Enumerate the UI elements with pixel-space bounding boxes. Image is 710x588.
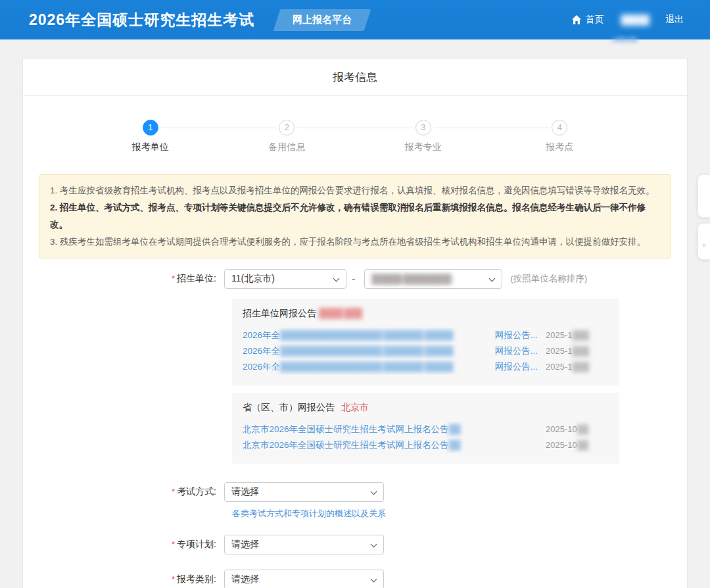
- step-indicator: 1 报考单位 2 备用信息 3 报考专业 4 报考点: [23, 96, 687, 159]
- required-mark: *: [172, 274, 175, 283]
- announcement-link[interactable]: 北京市2026年全国硕士研究生招生考试网上报名公告 ██: [243, 437, 538, 453]
- chevron-down-icon: [371, 541, 377, 548]
- unit-announcement-item: 2026年全 ██████████████████ ███████ █████ …: [243, 328, 606, 343]
- unit-sort-note: (按照单位名称排序): [510, 273, 587, 285]
- row-category: *报考类别: 请选择: [23, 570, 687, 588]
- announcement-more-link[interactable]: 网报公告...: [495, 359, 538, 375]
- step-exam-site: 4 报考点: [492, 120, 628, 153]
- announcement-link[interactable]: 2026年全 ██████████████████ ███████ █████: [243, 328, 490, 343]
- row-exam-method: *考试方式: 请选择: [23, 482, 687, 502]
- step-3-label: 报考专业: [355, 141, 492, 153]
- announcement-date: 2025-1███: [546, 359, 606, 375]
- platform-badge: 网上报名平台: [273, 9, 371, 31]
- main-card: 报考信息 1 报考单位 2 备用信息 3 报考专业 4 报考点 1. 考生应按省…: [22, 58, 688, 588]
- nav-home-label: 首页: [586, 14, 604, 26]
- province-select[interactable]: 11(北京市): [224, 269, 346, 289]
- recruit-unit-label: *招生单位:: [23, 273, 224, 285]
- registration-form: *招生单位: 11(北京市) - █████(████████) (按照单位名称…: [23, 269, 687, 588]
- province-select-value: 11(北京市): [231, 273, 275, 285]
- step-backup-info: 2 备用信息: [219, 120, 356, 153]
- announcement-more-link[interactable]: 网报公告...: [495, 328, 538, 343]
- step-2-label: 备用信息: [219, 141, 356, 153]
- notice-box: 1. 考生应按省级教育招生考试机构、报考点以及报考招生单位的网报公告要求进行报名…: [39, 174, 671, 258]
- step-2-circle: 2: [279, 120, 295, 135]
- required-mark: *: [172, 539, 175, 549]
- notice-line-1: 1. 考生应按省级教育招生考试机构、报考点以及报考招生单位的网报公告要求进行报名…: [50, 182, 660, 199]
- header-nav: 首页 ███ ██ 退出: [571, 14, 684, 26]
- exam-method-label: *考试方式:: [23, 486, 224, 498]
- unit-announcement-item: 2026年全 ██████████████████ ███████ █████ …: [243, 359, 606, 375]
- announcement-link[interactable]: 2026年全 ██████████████████ ███████ █████: [243, 343, 490, 359]
- row-special-plan: *专项计划: 请选择: [23, 535, 687, 554]
- province-announcement-title: 省（区、市）网报公告 北京市: [243, 402, 606, 414]
- chevron-down-icon: [371, 576, 377, 583]
- announcement-link[interactable]: 2026年全 ██████████████████ ███████ █████: [243, 359, 490, 375]
- page-title: 报考信息: [23, 59, 687, 96]
- home-icon: [571, 14, 582, 25]
- province-announcement-item: 北京市2026年全国硕士研究生招生考试网上报名公告 ██ 2025-10██: [243, 422, 606, 437]
- floating-side-panel-1[interactable]: [698, 174, 710, 218]
- category-select-value: 请选择: [231, 574, 259, 585]
- notice-line-3: 3. 残疾考生如需组考单位在考试期间提供合理考试便利服务的，应于报名阶段与考点所…: [50, 233, 660, 251]
- username-redacted: ███ ██: [621, 14, 648, 25]
- unit-select-value-redacted: █████(████████): [371, 274, 452, 284]
- nav-logout[interactable]: 退出: [665, 14, 684, 26]
- row-recruit-unit: *招生单位: 11(北京市) - █████(████████) (按照单位名称…: [23, 269, 687, 289]
- exam-method-help-link[interactable]: 各类考试方式和专项计划的概述以及关系: [232, 508, 386, 518]
- chevron-down-icon: [489, 276, 496, 282]
- category-select[interactable]: 请选择: [224, 570, 384, 588]
- step-4-label: 报考点: [492, 141, 628, 153]
- unit-select[interactable]: █████(████████): [364, 269, 502, 289]
- unit-announcement-title: 招生单位网报公告 ████ ███: [243, 308, 606, 320]
- province-announcement-item: 北京市2026年全国硕士研究生招生考试网上报名公告 ██ 2025-10██: [243, 437, 606, 453]
- exam-method-select-value: 请选择: [231, 486, 259, 498]
- redacted-smudge: ▂▃▄▃▂▄▃: [611, 33, 671, 41]
- required-mark: *: [172, 574, 175, 584]
- province-region: 北京市: [341, 402, 369, 412]
- step-3-circle: 3: [415, 120, 431, 135]
- required-mark: *: [172, 487, 175, 497]
- announcement-date: 2025-10██: [546, 422, 606, 437]
- notice-line-2: 2. 招生单位、考试方式、报考点、专项计划等关键信息提交后不允许修改，确有错误需…: [50, 199, 660, 233]
- step-major: 3 报考专业: [355, 120, 492, 153]
- announcement-more-link[interactable]: 网报公告...: [495, 343, 538, 359]
- app-header: 2026年全国硕士研究生招生考试 网上报名平台 首页 ███ ██ 退出 ▂▃▄…: [0, 0, 710, 39]
- floating-side-panel-2[interactable]: ⠿: [698, 223, 710, 260]
- announcement-date: 2025-1███: [546, 328, 606, 343]
- announcement-link[interactable]: 北京市2026年全国硕士研究生招生考试网上报名公告 ██: [243, 422, 538, 437]
- step-1-circle: 1: [143, 120, 158, 135]
- platform-badge-label: 网上报名平台: [293, 14, 352, 26]
- chevron-down-icon: [333, 276, 340, 282]
- special-plan-select-value: 请选择: [231, 539, 259, 551]
- unit-name-redacted: ████ ███: [319, 308, 362, 318]
- announcement-date: 2025-10██: [546, 437, 606, 453]
- step-4-circle: 4: [552, 120, 567, 135]
- unit-announcement-box: 招生单位网报公告 ████ ███ 2026年全 ███████████████…: [232, 299, 619, 385]
- separator-dash: -: [352, 273, 355, 285]
- announcement-date: 2025-1███: [546, 343, 606, 359]
- unit-announcement-item: 2026年全 ██████████████████ ███████ █████ …: [243, 343, 606, 359]
- exam-method-help-row: 各类考试方式和专项计划的概述以及关系: [232, 508, 687, 520]
- special-plan-label: *专项计划:: [23, 539, 224, 551]
- step-1-label: 报考单位: [82, 141, 219, 153]
- nav-home[interactable]: 首页: [571, 14, 604, 26]
- category-label: *报考类别:: [23, 574, 224, 585]
- exam-method-select[interactable]: 请选择: [224, 482, 384, 502]
- chevron-down-icon: [371, 489, 377, 495]
- step-report-unit: 1 报考单位: [82, 120, 219, 153]
- special-plan-select[interactable]: 请选择: [224, 535, 384, 554]
- province-announcement-box: 省（区、市）网报公告 北京市 北京市2026年全国硕士研究生招生考试网上报名公告…: [232, 393, 619, 464]
- app-title: 2026年全国硕士研究生招生考试: [29, 10, 254, 30]
